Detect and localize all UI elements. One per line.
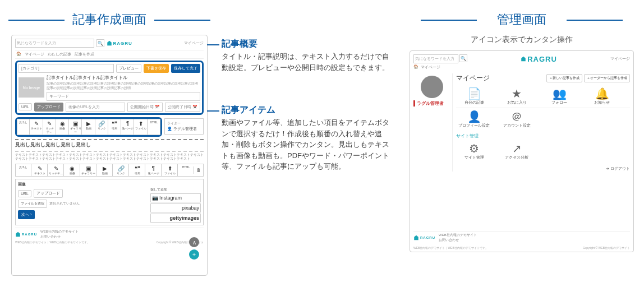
callout-summary: 記事概要 タイトル・記事説明は、テキスト入力するだけで自動設定。プレビューや公開… (222, 38, 390, 73)
home-icon[interactable]: 🏠 (413, 64, 418, 70)
tool-リンク[interactable]: 🔗リンク (96, 119, 108, 135)
callout-title: 記事概要 (222, 38, 390, 50)
mypage-link[interactable]: マイページ (184, 40, 204, 46)
tool-改ページ[interactable]: ¶改ページ (146, 164, 162, 176)
menu-プロフィール設定[interactable]: 👤プロフィール設定 (456, 110, 492, 128)
tab-url[interactable]: URL (19, 103, 32, 110)
tool-ギャラリー[interactable]: ▣ギャラリー (81, 164, 96, 176)
tool-テキスト[interactable]: ✎テキスト (32, 164, 48, 176)
gettyimages-link[interactable]: gettyimages (150, 214, 201, 223)
tool-リンク[interactable]: 🔗リンク (113, 164, 129, 176)
tool-ファイル[interactable]: ⬆ファイル (135, 119, 147, 135)
mp-search-input[interactable]: 気になるワードを入力 (413, 54, 458, 63)
search-input[interactable]: 気になるワードを入力 (15, 39, 94, 48)
img-tab-url[interactable]: URL (18, 190, 31, 197)
menu-アクセス分析[interactable]: ↗アクセス分析 (499, 142, 535, 160)
mp-search-icon[interactable]: 🔍 (459, 54, 467, 62)
add-button[interactable]: ＋ (189, 249, 199, 260)
section-title-editor: 記事作成画面 (11, 11, 208, 28)
footer-contact[interactable]: お問い合わせ (40, 234, 79, 239)
tool-見出し[interactable]: 見出し (17, 119, 30, 135)
item-toolbar: 見出し✎テキスト✎リッチテ…◉画像▣ギャラリー▶動画🔗リンク❝❞引用¶改ページ⬆… (17, 119, 160, 135)
file-select-button[interactable]: ファイルを選択 (18, 200, 47, 208)
tool-リッチテ…[interactable]: ✎リッチテ… (44, 119, 56, 135)
search-add-label: 探して追加 (150, 187, 201, 192)
brand-logo: RAGRU (107, 40, 182, 46)
new-article-button[interactable]: ＋新しい記事を作成 (546, 74, 582, 82)
next-button[interactable]: 次へ › (18, 210, 35, 219)
site-admin-label: サイト管理 (456, 133, 630, 139)
pixabay-link[interactable]: pixabay (150, 203, 201, 212)
paragraph-sample: テキストテキストテキストテキストテキストテキストテキストテキストテキストテキスト… (15, 151, 204, 162)
menu-アカウント設定[interactable]: ＠アカウント設定 (499, 110, 535, 128)
tool-見出し[interactable]: 見出し (16, 164, 31, 176)
callout-title: 記事アイテム (222, 104, 390, 116)
admin-subtitle: アイコン表示でカンタン操作 (410, 35, 634, 45)
footer-note: WEB社内報のデモサイト｜WEB社内報のデモサイトです。 (15, 240, 90, 244)
mp-brand-logo: RAGRU (521, 55, 557, 63)
menu-サイト管理[interactable]: ⚙サイト管理 (456, 142, 492, 160)
tab-upload[interactable]: アップロード (34, 103, 63, 112)
tool-画像[interactable]: ◉画像 (65, 164, 80, 176)
mp-footer-logo: RAGRU (413, 235, 435, 240)
footer-logo: RAGRU (15, 232, 37, 237)
publish-start-date[interactable]: 公開開始日時 📅 (127, 103, 163, 112)
heading-sample: 見出し見出し見出し見出し見出し (15, 139, 204, 149)
callout-body: タイトル・記事説明は、テキスト入力するだけで自動設定。プレビューや公開日時の設定… (222, 51, 390, 73)
delete-icon[interactable]: 🗑 (194, 166, 203, 174)
tool-HTML[interactable]: HTML (148, 119, 160, 135)
editor-card: 気になるワードを入力 🔍 RAGRU マイページ 🏠 マイページ わたしの記事 … (11, 35, 208, 276)
article-desc-input[interactable]: 記事の説明記事の説明記事の説明記事の説明記事の説明記事の説明記事の説明記事の説明… (47, 82, 200, 91)
avatar (421, 76, 443, 98)
admin-card: 気になるワードを入力 🔍 RAGRU マイページ 🏠マイページ ラグル管理者 マ… (410, 50, 634, 252)
preview-button[interactable]: プレビュー (116, 64, 141, 73)
tool-改ページ[interactable]: ¶改ページ (122, 119, 134, 135)
scroll-top-button[interactable]: ∧ (189, 237, 199, 247)
image-source-panel: 画像 URL アップロード ファイルを選択 選択されていません 次へ › 探して… (15, 179, 204, 225)
section-title-admin: 管理画面 (410, 11, 634, 28)
menu-お気に入り[interactable]: ★お気に入り (499, 87, 535, 105)
tool-ファイル[interactable]: ⬆ファイル (162, 164, 178, 176)
article-title-input[interactable]: 記事タイトル記事タイトル記事タイトル (47, 75, 200, 81)
search-icon[interactable]: 🔍 (96, 39, 104, 47)
img-tab-upload[interactable]: アップロード (34, 189, 63, 198)
tool-引用[interactable]: ❝❞引用 (130, 164, 145, 176)
menu-自分の記事[interactable]: 📄自分の記事 (456, 87, 492, 105)
publish-button[interactable]: 保存して完了 (171, 64, 200, 73)
tool-ギャラリー[interactable]: ▣ギャラリー (70, 119, 82, 135)
tool-動画[interactable]: ▶動画 (82, 119, 95, 135)
tool-HTML[interactable]: HTML (178, 164, 194, 176)
callout-body: 動画やファイル等、追加したい項目をアイテムボタンで選択するだけ！作成後も順番の入… (222, 117, 390, 172)
tool-動画[interactable]: ▶動画 (97, 164, 113, 176)
file-none-label: 選択されていません (49, 201, 80, 206)
user-panel: ラグル管理者 (413, 73, 453, 172)
tool-画像[interactable]: ◉画像 (57, 119, 69, 135)
tool-テキスト[interactable]: ✎テキスト (30, 119, 43, 135)
mp-mypage-link[interactable]: マイページ (610, 56, 630, 62)
breadcrumb: 🏠 マイページ わたしの記事 記事を作成 (15, 50, 204, 59)
category-select[interactable]: [カテゴリ] (19, 64, 114, 73)
order-article-button[interactable]: ＋オーダーから記事を作成 (584, 74, 630, 82)
tool-引用[interactable]: ❝❞引用 (109, 119, 121, 135)
publish-end-date[interactable]: 公開終了日時 📅 (165, 103, 200, 112)
logout-link[interactable]: ➜ ログアウト (456, 166, 630, 172)
page-title: マイページ (456, 73, 490, 83)
tool-リッチテ…[interactable]: ✎リッチテ… (48, 164, 64, 176)
mp-footer-contact[interactable]: お問い合わせ (439, 238, 477, 243)
footer-site: WEB社内報のデモサイト (40, 229, 79, 234)
image-url-input[interactable]: 画像のURLを入力 (66, 103, 125, 112)
mp-footer-site: WEB社内報のデモサイト (439, 233, 477, 238)
summary-frame: [カテゴリ] プレビュー 下書き保存 保存して完了 No Image 記事タイト… (15, 61, 204, 115)
writer-box: ライター 👤 ラグル管理者 (164, 118, 204, 135)
noimage-placeholder: No Image (19, 77, 44, 98)
callout-items: 記事アイテム 動画やファイル等、追加したい項目をアイテムボタンで選択するだけ！作… (222, 104, 390, 172)
user-name: ラグル管理者 (413, 100, 450, 107)
draft-button[interactable]: 下書き保存 (144, 64, 169, 73)
instagram-icon[interactable]: 📷 (152, 195, 158, 201)
keyword-input[interactable]: キーワード (47, 92, 200, 101)
menu-フォロー[interactable]: 👥フォロー (541, 87, 577, 105)
menu-お知らせ[interactable]: 🔔お知らせ (584, 87, 620, 105)
